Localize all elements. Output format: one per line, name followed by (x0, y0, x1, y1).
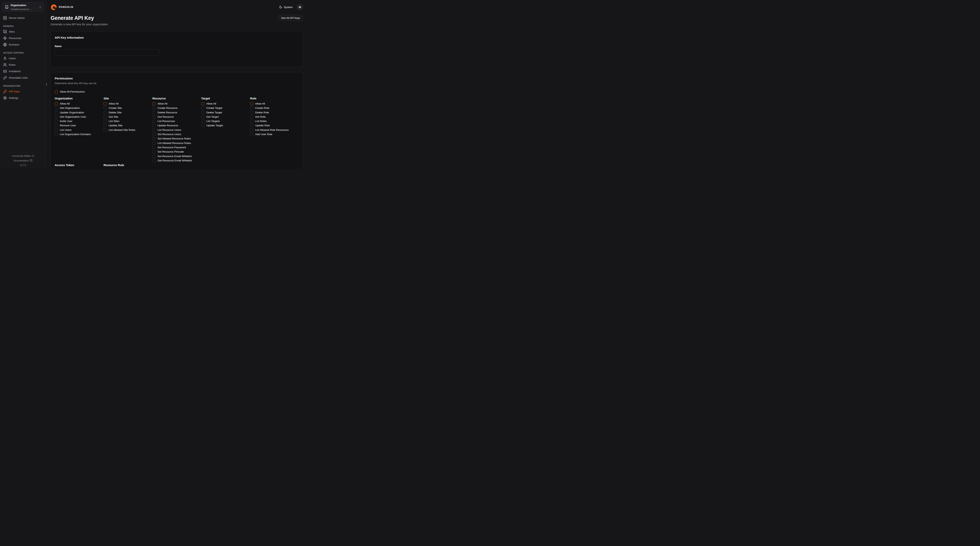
checkbox-role-delete-role[interactable] (250, 111, 253, 114)
checkbox-site-delete-site[interactable] (103, 111, 107, 114)
permission-row-site-list-allowed-site-roles[interactable]: List Allowed Site Roles (103, 128, 152, 132)
permission-row-organization-invite-user[interactable]: Invite User (55, 120, 103, 123)
sidebar-item-server-admin[interactable]: Server Admin (2, 16, 44, 20)
permission-row-role-allow-all[interactable]: Allow All (250, 102, 299, 105)
checkbox-role-update-role[interactable] (250, 124, 253, 127)
checkbox-resource-set-resource-pincode[interactable] (152, 150, 156, 153)
checkbox-organization-allow-all[interactable] (55, 102, 58, 105)
permission-row-site-allow-all[interactable]: Allow All (103, 102, 152, 105)
permission-row-organization-allow-all[interactable]: Allow All (55, 102, 103, 105)
checkbox-resource-update-resource[interactable] (152, 124, 156, 127)
name-input[interactable] (55, 49, 159, 56)
org-selector[interactable]: Organization milo@fossorial.io's ... (2, 2, 44, 11)
sidebar-item-roles[interactable]: Roles (2, 63, 44, 67)
sidebar-scrollbar-thumb[interactable] (46, 83, 47, 86)
checkbox-organization-list-users[interactable] (55, 128, 58, 132)
sidebar-item-settings[interactable]: Settings (2, 96, 44, 100)
permission-row-resource-set-resource-password[interactable]: Set Resource Password (152, 146, 201, 149)
permission-row-site-delete-site[interactable]: Delete Site (103, 111, 152, 114)
permission-row-resource-list-resources[interactable]: List Resources (152, 120, 201, 123)
checkbox-organization-list-organization-domains[interactable] (55, 133, 58, 136)
checkbox-resource-set-allowed-resource-roles[interactable] (152, 137, 156, 140)
permission-row-resource-update-resource[interactable]: Update Resource (152, 124, 201, 127)
checkbox-resource-get-resource-email-whitelist[interactable] (152, 159, 156, 162)
permission-row-site-list-sites[interactable]: List Sites (103, 120, 152, 123)
checkbox-role-list-roles[interactable] (250, 120, 253, 123)
checkbox-resource-list-resource-users[interactable] (152, 128, 156, 132)
checkbox-role-allow-all[interactable] (250, 102, 253, 105)
permission-row-organization-list-users[interactable]: List Users (55, 128, 103, 132)
permission-row-resource-set-resource-email-whitelist[interactable]: Set Resource Email Whitelist (152, 155, 201, 158)
permission-row-target-update-target[interactable]: Update Target (201, 124, 250, 127)
permission-row-organization-update-organization[interactable]: Update Organization (55, 111, 103, 114)
checkbox-resource-get-resource[interactable] (152, 115, 156, 118)
permission-row-resource-create-resource[interactable]: Create Resource (152, 107, 201, 110)
avatar[interactable]: M (297, 4, 303, 10)
permission-row-target-list-targets[interactable]: List Targets (201, 120, 250, 123)
permission-row-resource-allow-all[interactable]: Allow All (152, 102, 201, 105)
sidebar-item-domains[interactable]: Domains (2, 43, 44, 46)
permission-row-resource-list-resource-users[interactable]: List Resource Users (152, 128, 201, 132)
permission-row-organization-get-organization-user[interactable]: Get Organization User (55, 115, 103, 118)
see-all-api-keys-button[interactable]: See All API Keys (278, 15, 303, 21)
checkbox-resource-set-resource-email-whitelist[interactable] (152, 155, 156, 158)
permission-row-organization-remove-user[interactable]: Remove User (55, 124, 103, 127)
checkbox-site-get-site[interactable] (103, 115, 107, 118)
checkbox-resource-set-resource-password[interactable] (152, 146, 156, 149)
checkbox-resource-list-resources[interactable] (152, 120, 156, 123)
permission-row-resource-delete-resource[interactable]: Delete Resource (152, 111, 201, 114)
permission-row-resource-set-resource-users[interactable]: Set Resource Users (152, 133, 201, 136)
sidebar-item-sites[interactable]: Sites (2, 30, 44, 34)
permission-row-role-delete-role[interactable]: Delete Role (250, 111, 299, 114)
checkbox-resource-list-allowed-resource-roles[interactable] (152, 142, 156, 145)
checkbox-organization-remove-user[interactable] (55, 124, 58, 127)
sidebar-item-resources[interactable]: Resources (2, 36, 44, 40)
permission-row-target-create-target[interactable]: Create Target (201, 107, 250, 110)
checkbox-target-allow-all[interactable] (201, 102, 204, 105)
permission-row-role-add-user-role[interactable]: Add User Role (250, 133, 299, 136)
community-edition-link[interactable]: Community Edition (12, 155, 34, 157)
checkbox-target-delete-target[interactable] (201, 111, 204, 114)
permission-row-target-get-target[interactable]: Get Target (201, 115, 250, 118)
checkbox-organization-update-organization[interactable] (55, 111, 58, 114)
permission-row-role-create-role[interactable]: Create Role (250, 107, 299, 110)
permission-row-role-get-role[interactable]: Get Role (250, 115, 299, 118)
checkbox-target-get-target[interactable] (201, 115, 204, 118)
permission-row-target-allow-all[interactable]: Allow All (201, 102, 250, 105)
checkbox-site-list-sites[interactable] (103, 120, 107, 123)
permission-row-organization-get-organization[interactable]: Get Organization (55, 107, 103, 110)
checkbox-resource-create-resource[interactable] (152, 107, 156, 110)
sidebar-item-api-keys[interactable]: API Keys (2, 89, 44, 93)
permission-row-organization-list-organization-domains[interactable]: List Organization Domains (55, 133, 103, 136)
checkbox-resource-allow-all[interactable] (152, 102, 156, 105)
permission-row-resource-get-resource-email-whitelist[interactable]: Get Resource Email Whitelist (152, 159, 201, 162)
permission-row-resource-get-resource[interactable]: Get Resource (152, 115, 201, 118)
brand[interactable]: PANGOLIN (51, 4, 73, 10)
sidebar-item-users[interactable]: Users (2, 56, 44, 60)
checkbox-organization-get-organization-user[interactable] (55, 115, 58, 118)
checkbox-site-update-site[interactable] (103, 124, 107, 127)
permission-row-site-update-site[interactable]: Update Site (103, 124, 152, 127)
checkbox-target-create-target[interactable] (201, 107, 204, 110)
allow-all-permissions-row[interactable]: Allow All Permissions (55, 90, 299, 93)
theme-toggle[interactable]: System (279, 5, 293, 9)
permission-row-resource-list-allowed-resource-roles[interactable]: List Allowed Resource Roles (152, 142, 201, 145)
checkbox-organization-get-organization[interactable] (55, 107, 58, 110)
checkbox-site-allow-all[interactable] (103, 102, 107, 105)
permission-row-role-list-roles[interactable]: List Roles (250, 120, 299, 123)
checkbox-role-get-role[interactable] (250, 115, 253, 118)
checkbox-site-create-site[interactable] (103, 107, 107, 110)
sidebar-item-shareable-links[interactable]: Shareable Links (2, 76, 44, 80)
checkbox-organization-invite-user[interactable] (55, 120, 58, 123)
checkbox-role-list-allowed-role-resources[interactable] (250, 128, 253, 132)
checkbox-target-update-target[interactable] (201, 124, 204, 127)
checkbox-resource-delete-resource[interactable] (152, 111, 156, 114)
permission-row-site-get-site[interactable]: Get Site (103, 115, 152, 118)
checkbox-allow-all-permissions[interactable] (55, 90, 58, 93)
checkbox-target-list-targets[interactable] (201, 120, 204, 123)
checkbox-role-create-role[interactable] (250, 107, 253, 110)
permission-row-site-create-site[interactable]: Create Site (103, 107, 152, 110)
permission-row-resource-set-resource-pincode[interactable]: Set Resource Pincode (152, 150, 201, 153)
sidebar-item-invitations[interactable]: Invitations (2, 69, 44, 73)
checkbox-site-list-allowed-site-roles[interactable] (103, 128, 107, 132)
